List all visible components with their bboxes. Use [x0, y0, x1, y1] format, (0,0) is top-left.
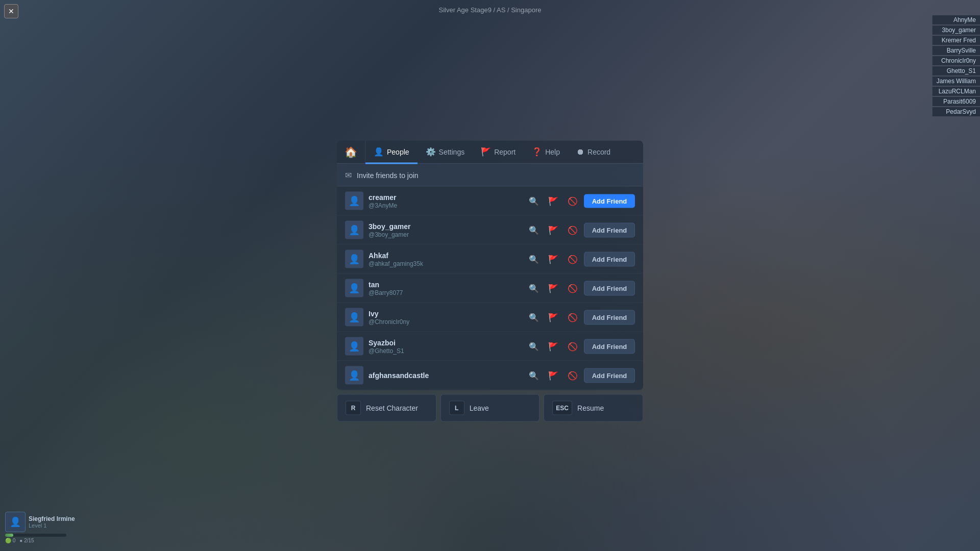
add-friend-button[interactable]: Add Friend: [584, 310, 635, 324]
right-player-name: AhnyMe: [932, 15, 980, 24]
player-row[interactable]: 👤 Ivy @ChronicIr0ny 🔍 🚩 🚫 Add Friend: [337, 303, 643, 332]
block-button[interactable]: 🚫: [565, 367, 581, 384]
player-names: afghansandcastle: [369, 371, 526, 380]
block-button[interactable]: 🚫: [565, 193, 581, 209]
tab-home[interactable]: 🏠: [337, 141, 365, 163]
invite-row[interactable]: ✉ Invite friends to join: [337, 164, 643, 187]
right-player-name: 3boy_gamer: [932, 26, 980, 35]
right-player-list: AhnyMe3boy_gamerKremer FredBarrySvilleCh…: [932, 15, 980, 116]
player-actions: 🔍 🚩 🚫 Add Friend: [526, 338, 635, 355]
right-player-name: LazuRCLMan: [932, 87, 980, 96]
tab-settings[interactable]: ⚙️Settings: [418, 141, 473, 164]
player-username: @3AnyMe: [369, 202, 526, 209]
player-row[interactable]: 👤 Ahkaf @ahkaf_gaming35k 🔍 🚩 🚫 Add Frien…: [337, 245, 643, 274]
tab-report[interactable]: 🚩Report: [473, 141, 524, 164]
bottom-button-resume[interactable]: ESC Resume: [544, 394, 643, 422]
search-profile-button[interactable]: 🔍: [526, 222, 542, 238]
invite-label: Invite friends to join: [357, 171, 419, 179]
tab-record[interactable]: ⏺Record: [568, 141, 619, 164]
tab-help[interactable]: ❓Help: [524, 141, 568, 164]
player-names: 3boy_gamer @3boy_gamer: [369, 222, 526, 238]
stat-row: 🟢 0 ● 2/15: [5, 538, 75, 543]
block-button[interactable]: 🚫: [565, 222, 581, 238]
close-button[interactable]: ✕: [4, 4, 18, 18]
player-names: creamer @3AnyMe: [369, 193, 526, 209]
right-player-name: Kremer Fred: [932, 36, 980, 45]
player-username: @Barry8077: [369, 289, 526, 296]
tab-bar: 🏠 👤People⚙️Settings🚩Report❓Help⏺Record: [337, 141, 643, 164]
player-display-name: creamer: [369, 193, 526, 201]
xp-bar-container: [5, 534, 66, 537]
report-button[interactable]: 🚩: [545, 280, 561, 296]
player-avatar: 👤: [345, 192, 363, 210]
bottom-button-label: Leave: [470, 404, 489, 412]
right-player-name: Ghetto_S1: [932, 66, 980, 76]
report-button[interactable]: 🚩: [545, 251, 561, 267]
right-player-name: BarrySville: [932, 46, 980, 55]
bottom-button-leave[interactable]: L Leave: [440, 394, 540, 422]
player-username: @Ghetto_S1: [369, 347, 526, 354]
search-profile-button[interactable]: 🔍: [526, 367, 542, 384]
bottom-button-reset-character[interactable]: R Reset Character: [337, 394, 436, 422]
right-player-name: James William: [932, 77, 980, 86]
tab-label-people: People: [387, 147, 409, 156]
search-profile-button[interactable]: 🔍: [526, 338, 542, 355]
bottom-bar: R Reset Character L Leave ESC Resume: [337, 394, 643, 422]
player-names: tan @Barry8077: [369, 280, 526, 296]
server-name: Silver Age Stage9 / AS / Singapore: [439, 6, 542, 14]
player-name: Siegfried Irmine: [29, 515, 75, 522]
report-button[interactable]: 🚩: [545, 338, 561, 355]
add-friend-button[interactable]: Add Friend: [584, 252, 635, 266]
tab-icon-people: 👤: [374, 147, 384, 157]
player-names: Ahkaf @ahkaf_gaming35k: [369, 251, 526, 267]
bottom-button-label: Resume: [577, 404, 604, 412]
search-profile-button[interactable]: 🔍: [526, 309, 542, 325]
add-friend-button[interactable]: Add Friend: [584, 194, 635, 208]
xp-bar: [5, 534, 13, 537]
player-display-name: Ahkaf: [369, 251, 526, 259]
player-names: Syazboi @Ghetto_S1: [369, 338, 526, 354]
block-button[interactable]: 🚫: [565, 338, 581, 355]
add-friend-button[interactable]: Add Friend: [584, 339, 635, 354]
invite-icon: ✉: [345, 170, 352, 180]
player-actions: 🔍 🚩 🚫 Add Friend: [526, 222, 635, 238]
player-username: @ChronicIr0ny: [369, 318, 526, 325]
block-button[interactable]: 🚫: [565, 309, 581, 325]
player-display-name: Ivy: [369, 309, 526, 317]
add-friend-button[interactable]: Add Friend: [584, 368, 635, 383]
player-row[interactable]: 👤 tan @Barry8077 🔍 🚩 🚫 Add Friend: [337, 274, 643, 303]
stat-hp: 🟢 0: [5, 538, 15, 543]
player-names: Ivy @ChronicIr0ny: [369, 309, 526, 325]
stat-xp: ● 2/15: [19, 538, 34, 543]
search-profile-button[interactable]: 🔍: [526, 280, 542, 296]
key-badge: R: [346, 401, 361, 415]
block-button[interactable]: 🚫: [565, 280, 581, 296]
player-actions: 🔍 🚩 🚫 Add Friend: [526, 193, 635, 209]
report-button[interactable]: 🚩: [545, 367, 561, 384]
add-friend-button[interactable]: Add Friend: [584, 222, 635, 237]
bottom-player-info: 👤 Siegfried Irmine Level 1 🟢 0 ● 2/15: [5, 512, 75, 543]
add-friend-button[interactable]: Add Friend: [584, 281, 635, 295]
player-row[interactable]: 👤 Syazboi @Ghetto_S1 🔍 🚩 🚫 Add Friend: [337, 332, 643, 361]
player-avatar: 👤: [345, 337, 363, 356]
search-profile-button[interactable]: 🔍: [526, 251, 542, 267]
player-row[interactable]: 👤 afghansandcastle 🔍 🚩 🚫 Add Friend: [337, 361, 643, 390]
search-profile-button[interactable]: 🔍: [526, 193, 542, 209]
player-avatar: 👤: [345, 308, 363, 327]
block-button[interactable]: 🚫: [565, 251, 581, 267]
report-button[interactable]: 🚩: [545, 309, 561, 325]
player-row[interactable]: 👤 creamer @3AnyMe 🔍 🚩 🚫 Add Friend: [337, 187, 643, 216]
tab-icon-report: 🚩: [481, 147, 491, 157]
player-row[interactable]: 👤 3boy_gamer @3boy_gamer 🔍 🚩 🚫 Add Frien…: [337, 216, 643, 245]
report-button[interactable]: 🚩: [545, 222, 561, 238]
player-avatar: 👤: [345, 221, 363, 239]
player-display-name: 3boy_gamer: [369, 222, 526, 230]
tab-label-help: Help: [545, 147, 560, 156]
tab-people[interactable]: 👤People: [365, 141, 418, 164]
player-username: @3boy_gamer: [369, 231, 526, 238]
player-list: 👤 creamer @3AnyMe 🔍 🚩 🚫 Add Friend 👤 3bo…: [337, 187, 643, 390]
key-badge: ESC: [552, 401, 572, 415]
tab-icon-settings: ⚙️: [426, 147, 436, 157]
player-avatar: 👤: [345, 279, 363, 297]
report-button[interactable]: 🚩: [545, 193, 561, 209]
